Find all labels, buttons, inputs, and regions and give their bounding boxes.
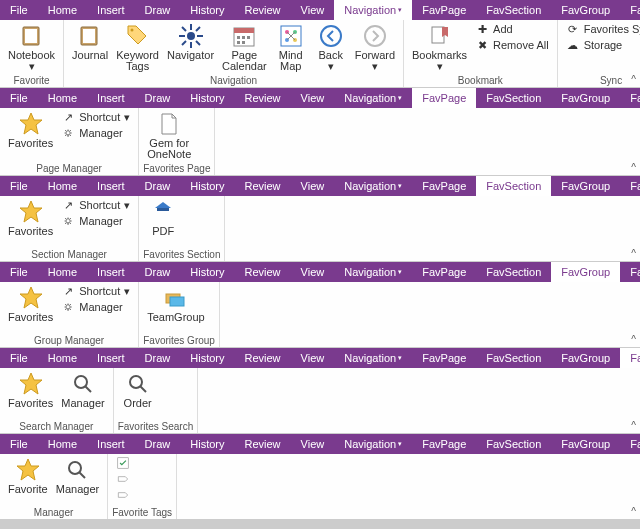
tab-favgroup[interactable]: FavGroup [551,88,620,108]
tab-review[interactable]: Review [235,348,291,368]
journal-button[interactable]: Journal [68,22,112,63]
tab-favgroup[interactable]: FavGroup [551,176,620,196]
manager-button[interactable]: Manager [52,456,103,497]
collapse-ribbon-button[interactable]: ^ [631,334,636,345]
tab-favsection[interactable]: FavSection [476,0,551,20]
tab-history[interactable]: History [180,0,234,20]
tab-draw[interactable]: Draw [135,176,181,196]
tab-file[interactable]: File [0,0,38,20]
tab-file[interactable]: File [0,88,38,108]
manager-button[interactable]: ⛭Manager [61,214,130,228]
manager-button[interactable]: Manager [57,370,108,411]
tab-view[interactable]: View [291,176,335,196]
tab-favpage[interactable]: FavPage [412,348,476,368]
tab-draw[interactable]: Draw [135,262,181,282]
tab-view[interactable]: View [291,88,335,108]
order-button[interactable]: Order [118,370,158,411]
storage-button[interactable]: ☁Storage [566,38,640,52]
manager-button[interactable]: ⛭Manager [61,300,130,314]
remove-all-button[interactable]: ✖Remove All [475,38,549,52]
collapse-ribbon-button[interactable]: ^ [631,506,636,517]
tab-favpage[interactable]: FavPage [412,434,476,454]
bookmarks-button[interactable]: Bookmarks▾ [408,22,471,74]
tab-favsection[interactable]: FavSection [476,176,551,196]
collapse-ribbon-button[interactable]: ^ [631,248,636,259]
tab-view[interactable]: View [291,0,335,20]
favorites-button[interactable]: Favorites [4,198,57,239]
tab-review[interactable]: Review [235,262,291,282]
tab-file[interactable]: File [0,434,38,454]
tab-navigation[interactable]: Navigation▾ [334,176,412,196]
tab-view[interactable]: View [291,262,335,282]
tab-insert[interactable]: Insert [87,262,135,282]
tab-favsearch[interactable]: FavSearch [620,262,640,282]
tab-insert[interactable]: Insert [87,88,135,108]
tab-favpage[interactable]: FavPage [412,176,476,196]
mind-map-button[interactable]: Mind Map [271,22,311,74]
tab-home[interactable]: Home [38,0,87,20]
teamgroup-button[interactable]: TeamGroup [143,284,208,325]
tab-navigation[interactable]: Navigation▾ [334,88,412,108]
tab-review[interactable]: Review [235,434,291,454]
tab-history[interactable]: History [180,434,234,454]
tab-draw[interactable]: Draw [135,88,181,108]
tab-navigation[interactable]: Navigation▾ [334,434,412,454]
shortcut-button[interactable]: ↗Shortcut ▾ [61,284,130,298]
tab-draw[interactable]: Draw [135,0,181,20]
tab-view[interactable]: View [291,348,335,368]
tab-favgroup[interactable]: FavGroup [551,262,620,282]
tab-home[interactable]: Home [38,88,87,108]
tab-favsearch[interactable]: FavSearch [620,88,640,108]
tab-navigation[interactable]: Navigation▾ [334,262,412,282]
tag-label2-button[interactable] [116,488,130,502]
favorites-sync-button[interactable]: ⟳Favorites Sync [566,22,640,36]
pdf-button[interactable]: PDF [143,198,183,239]
tab-favgroup[interactable]: FavGroup [551,434,620,454]
tab-insert[interactable]: Insert [87,434,135,454]
tag-label-button[interactable] [116,472,130,486]
tab-home[interactable]: Home [38,262,87,282]
tab-favsection[interactable]: FavSection [476,88,551,108]
tab-favpage[interactable]: FavPage [412,0,476,20]
collapse-ribbon-button[interactable]: ^ [631,162,636,173]
tab-history[interactable]: History [180,88,234,108]
tab-favsection[interactable]: FavSection [476,434,551,454]
add-button[interactable]: ✚Add [475,22,549,36]
forward-button[interactable]: Forward▾ [351,22,399,74]
collapse-ribbon-button[interactable]: ^ [631,420,636,431]
tab-review[interactable]: Review [235,176,291,196]
favorite-button[interactable]: Favorite [4,456,52,497]
tag-check-button[interactable] [116,456,130,470]
tab-review[interactable]: Review [235,0,291,20]
tab-insert[interactable]: Insert [87,176,135,196]
navigator-button[interactable]: Navigator [163,22,218,63]
tab-insert[interactable]: Insert [87,0,135,20]
shortcut-button[interactable]: ↗Shortcut ▾ [61,110,130,124]
gem-onenote-button[interactable]: Gem for OneNote [143,110,195,162]
shortcut-button[interactable]: ↗Shortcut ▾ [61,198,130,212]
tab-favgroup[interactable]: FavGroup [551,0,620,20]
tab-favsearch[interactable]: FavSearch [620,176,640,196]
tab-view[interactable]: View [291,434,335,454]
tab-favgroup[interactable]: FavGroup [551,348,620,368]
tab-favsearch[interactable]: FavSearch [620,0,640,20]
tab-navigation[interactable]: Navigation▾ [334,348,412,368]
tab-favsearch[interactable]: FavSearch [620,348,640,368]
manager-button[interactable]: ⛭Manager [61,126,130,140]
favorites-button[interactable]: Favorites [4,284,57,325]
tab-draw[interactable]: Draw [135,434,181,454]
tab-home[interactable]: Home [38,348,87,368]
notebook-button[interactable]: Notebook▾ [4,22,59,74]
keyword-tags-button[interactable]: Keyword Tags [112,22,163,74]
tab-favpage[interactable]: FavPage [412,88,476,108]
favorites-button[interactable]: Favorites [4,110,57,151]
favorites-button[interactable]: Favorites [4,370,57,411]
tab-review[interactable]: Review [235,88,291,108]
tab-file[interactable]: File [0,262,38,282]
tab-navigation[interactable]: Navigation▾ [334,0,412,20]
back-button[interactable]: Back▾ [311,22,351,74]
tab-history[interactable]: History [180,262,234,282]
tab-file[interactable]: File [0,348,38,368]
tab-home[interactable]: Home [38,176,87,196]
tab-file[interactable]: File [0,176,38,196]
